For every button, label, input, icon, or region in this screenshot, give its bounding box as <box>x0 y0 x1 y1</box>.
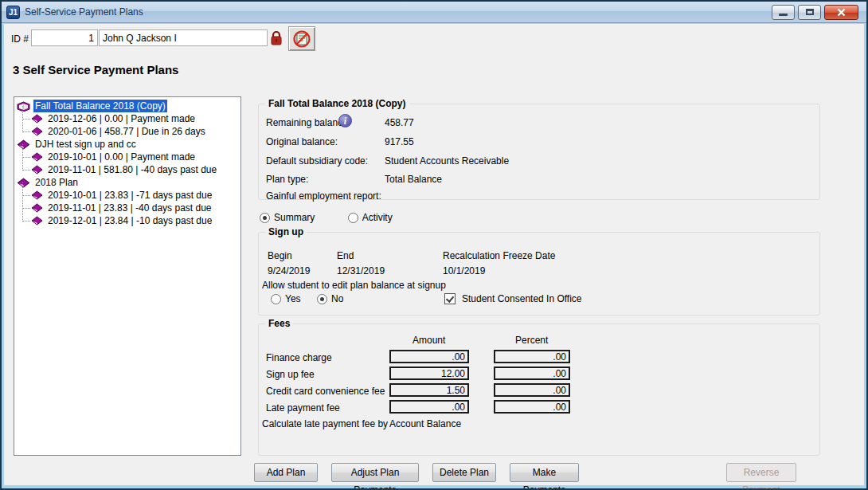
tree-item-payment[interactable]: 2020-01-06 | 458.77 | Due in 26 days <box>14 125 240 138</box>
close-button[interactable] <box>824 5 858 20</box>
tree-item-payment[interactable]: 2019-10-01 | 23.83 | -71 days past due <box>14 189 240 202</box>
tree-item-plan[interactable]: Fall Total Balance 2018 (Copy) <box>14 100 240 112</box>
tree-item-plan[interactable]: DJH test sign up and cc <box>14 138 240 151</box>
book-icon <box>31 216 43 225</box>
radio-circle-icon <box>271 294 281 304</box>
no-notes-icon <box>292 29 311 49</box>
student-consented-label: Student Consented In Office <box>462 293 582 304</box>
end-label: End <box>337 250 354 261</box>
signup-groupbox: Sign up Begin End Recalculation Freeze D… <box>258 232 820 316</box>
late-payment-fee-amount-input[interactable] <box>389 400 469 414</box>
add-plan-button[interactable]: Add Plan <box>254 463 318 482</box>
amount-column-header: Amount <box>412 335 445 346</box>
late-payment-fee-label: Late payment fee <box>266 402 340 414</box>
tree-item-payment[interactable]: 2019-12-06 | 0.00 | Payment made <box>14 112 240 125</box>
remaining-balance-label: Remaining balance <box>266 117 348 128</box>
titlebar: J1 Self-Service Payment Plans <box>2 2 866 23</box>
original-balance-label: Original balance: <box>266 136 338 147</box>
maximize-icon <box>806 9 814 15</box>
id-label: ID # <box>11 33 29 45</box>
radio-circle-icon <box>317 294 327 304</box>
freeze-date-label: Recalculation Freeze Date <box>443 250 555 261</box>
plan-details-title: Fall Total Balance 2018 (Copy) <box>265 98 409 109</box>
summary-radio-label: Summary <box>274 212 315 223</box>
tree-item-payment[interactable]: 2019-11-01 | 581.80 | -40 days past due <box>14 163 240 176</box>
plan-type-label: Plan type: <box>266 174 308 185</box>
fees-title: Fees <box>265 318 293 329</box>
lock-icon <box>270 30 283 46</box>
plan-details-groupbox: Fall Total Balance 2018 (Copy) Remaining… <box>258 104 820 200</box>
checkbox-icon <box>444 293 456 304</box>
student-name-input[interactable] <box>99 29 268 46</box>
percent-column-header: Percent <box>515 335 548 346</box>
info-icon[interactable]: i <box>338 114 352 127</box>
tree-item-payment[interactable]: 2019-12-01 | 23.84 | -10 days past due <box>14 214 240 227</box>
tree-item-payment[interactable]: 2019-11-01 | 23.83 | -40 days past due <box>14 202 240 214</box>
window-title: Self-Service Payment Plans <box>25 6 143 18</box>
delete-plan-button[interactable]: Delete Plan <box>432 463 496 482</box>
fees-groupbox: Fees Amount Percent Finance charge Sign … <box>258 323 820 456</box>
maximize-button[interactable] <box>798 5 821 20</box>
cc-convenience-fee-amount-input[interactable] <box>389 383 469 397</box>
make-payments-button[interactable]: Make Payments <box>510 463 579 482</box>
begin-label: Begin <box>268 250 292 261</box>
no-notes-button[interactable] <box>288 26 315 51</box>
signup-title: Sign up <box>265 226 307 237</box>
student-consented-checkbox[interactable]: Student Consented In Office <box>444 293 582 304</box>
payment-plans-tree: Fall Total Balance 2018 (Copy) 2019-12-0… <box>14 96 241 456</box>
activity-radio[interactable]: Activity <box>348 212 393 223</box>
reverse-payment-button: Reverse Payment <box>726 463 796 482</box>
begin-value: 9/24/2019 <box>268 265 310 276</box>
minimize-button[interactable] <box>772 5 795 20</box>
late-fee-calc-label: Calculate late payment fee by <box>262 418 388 429</box>
freeze-date-value: 10/1/2019 <box>443 265 485 276</box>
book-icon <box>31 165 43 174</box>
summary-radio[interactable]: Summary <box>260 212 315 223</box>
original-balance-value: 917.55 <box>385 136 414 147</box>
tree-item-payment[interactable]: 2019-10-01 | 0.00 | Payment made <box>14 151 240 163</box>
book-icon <box>31 127 43 136</box>
late-payment-fee-percent-input[interactable] <box>494 400 570 414</box>
finance-charge-amount-input[interactable] <box>389 350 469 363</box>
yes-radio[interactable]: Yes <box>271 293 301 304</box>
tree-item-plan[interactable]: 2018 Plan <box>14 176 240 189</box>
book-icon <box>31 114 43 123</box>
finance-charge-label: Finance charge <box>266 352 332 363</box>
finance-charge-percent-input[interactable] <box>494 350 570 363</box>
app-window: J1 Self-Service Payment Plans ID # <box>0 0 868 490</box>
close-icon <box>837 8 846 17</box>
remaining-balance-value: 458.77 <box>385 117 414 128</box>
end-value: 12/31/2019 <box>337 265 385 276</box>
subsidiary-code-label: Default subsidiary code: <box>266 155 368 167</box>
allow-edit-label: Allow student to edit plan balance at si… <box>262 280 446 291</box>
no-radio-label: No <box>331 293 343 304</box>
app-logo-icon: J1 <box>6 6 20 19</box>
signup-fee-amount-input[interactable] <box>389 367 469 380</box>
gainful-employment-label: Gainful employment report: <box>266 190 381 202</box>
radio-circle-icon <box>260 213 270 223</box>
adjust-plan-payments-button[interactable]: Adjust Plan Payments <box>331 463 419 482</box>
yes-radio-label: Yes <box>285 293 301 304</box>
page-title: 3 Self Service Payment Plans <box>13 63 178 76</box>
no-radio[interactable]: No <box>317 293 343 304</box>
minimize-icon <box>779 14 788 16</box>
subsidiary-code-value: Student Accounts Receivable <box>385 155 509 167</box>
signup-fee-label: Sign up fee <box>266 369 315 380</box>
book-icon <box>31 203 43 213</box>
signup-fee-percent-input[interactable] <box>494 367 570 380</box>
cc-convenience-fee-label: Credit card convenience fee <box>266 386 385 397</box>
book-icon <box>31 190 43 200</box>
id-input[interactable] <box>31 29 98 46</box>
book-icon <box>31 152 43 162</box>
cc-convenience-fee-percent-input[interactable] <box>494 383 570 397</box>
plan-type-value: Total Balance <box>385 174 442 185</box>
activity-radio-label: Activity <box>362 212 393 223</box>
radio-circle-icon <box>348 213 358 223</box>
late-fee-calc-value: Account Balance <box>389 418 461 429</box>
